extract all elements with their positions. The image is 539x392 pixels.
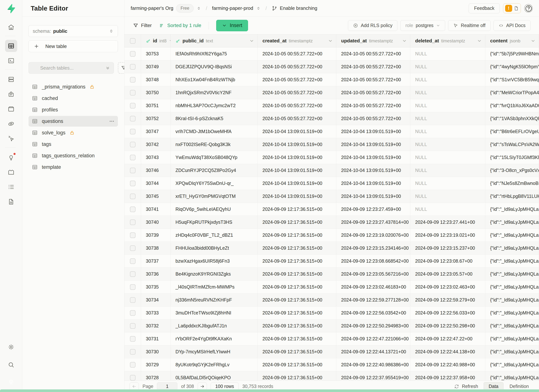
cell-public_id[interactable]: 1hnRQjxSRm2V0VticY2NF — [171, 86, 258, 99]
cell-created_at[interactable]: 2024-10-04 13:09:01.519+00 — [258, 190, 336, 203]
cell-id[interactable]: 30748 — [141, 73, 171, 86]
cell-deleted_at[interactable]: 2024-09-09 12:23:19.021+00 — [410, 229, 485, 242]
row-checkbox[interactable] — [130, 232, 135, 238]
cell-public_id[interactable]: NhXEo1Xw04FnB4RzWTNjb — [171, 73, 258, 86]
column-header-id[interactable]: idint8 — [141, 34, 171, 47]
sidebar-table-questions[interactable]: questions — [29, 116, 118, 127]
cell-created_at[interactable]: 2024-09-09 12:17:36.515+00 — [258, 255, 336, 268]
cell-id[interactable]: 30738 — [141, 242, 171, 254]
cell-deleted_at[interactable]: NULL — [410, 177, 485, 190]
cell-id[interactable]: 30747 — [141, 125, 171, 138]
cell-updated_at[interactable]: 2024-09-09 12:22:50.294983+00 — [336, 320, 410, 332]
insert-button[interactable]: Insert — [216, 20, 248, 31]
cell-updated_at[interactable]: 2024-09-09 12:23:15.234146+00 — [336, 242, 410, 254]
org-switcher-icon[interactable] — [197, 6, 201, 10]
cell-updated_at[interactable]: 2024-09-09 12:23:02.46183+00 — [336, 281, 410, 293]
rail-item-realtime[interactable] — [5, 133, 17, 145]
cell-id[interactable]: 30731 — [141, 332, 171, 345]
next-page-button[interactable] — [198, 382, 207, 391]
feedback-button[interactable]: Feedback — [469, 3, 500, 13]
cell-created_at[interactable]: 2024-09-09 12:17:36.515+00 — [258, 320, 336, 332]
cell-updated_at[interactable]: 2024-09-09 12:23:27.459+00 — [336, 203, 410, 216]
cell-id[interactable]: 30735 — [141, 281, 171, 293]
cell-created_at[interactable]: 2024-09-09 12:17:36.515+00 — [258, 229, 336, 242]
cell-content[interactable]: {"id":"_Id9aLyJpMHQLaiQC — [485, 332, 539, 345]
cell-content[interactable]: {"id":"sTsWaLCPsVA2WuK2 — [485, 138, 539, 151]
cell-id[interactable]: 30737 — [141, 255, 171, 268]
cell-created_at[interactable]: 2024-10-05 00:55:27.722+00 — [258, 86, 336, 99]
cell-id[interactable]: 30751 — [141, 99, 171, 112]
cell-updated_at[interactable]: 2024-09-09 12:23:19.020076+00 — [336, 229, 410, 242]
rail-item-edge-functions[interactable] — [5, 118, 17, 130]
row-checkbox[interactable] — [130, 129, 135, 134]
chevrons-down-icon[interactable] — [105, 65, 110, 71]
column-menu-icon[interactable] — [328, 38, 333, 43]
cell-updated_at[interactable]: 2024-10-05 00:55:27.722+00 — [336, 47, 410, 60]
row-checkbox[interactable] — [130, 284, 135, 290]
cell-updated_at[interactable]: 2024-09-09 12:22:44.13721+00 — [336, 345, 410, 358]
role-select[interactable]: role postgres — [400, 20, 445, 31]
cell-content[interactable]: {"id":"_Id9aLyJpMHQLaiQC — [485, 371, 539, 381]
cell-deleted_at[interactable]: 2024-09-09 12:23:27.441+00 — [410, 216, 485, 229]
row-checkbox[interactable] — [130, 297, 135, 303]
cell-public_id[interactable]: 8yUKotr9qGYjK2eFRhgLv — [171, 358, 258, 371]
cell-created_at[interactable]: 2024-09-09 12:17:36.515+00 — [258, 281, 336, 293]
cell-created_at[interactable]: 2024-10-05 00:55:27.722+00 — [258, 47, 336, 60]
cell-public_id[interactable]: nxFT002ISeRE-Qobg3K3k — [171, 138, 258, 151]
row-checkbox[interactable] — [130, 64, 135, 70]
cell-public_id[interactable]: nj336mN5reuRVNZrKHFpF — [171, 294, 258, 306]
row-checkbox[interactable] — [130, 206, 135, 212]
cell-content[interactable]: {"id":"_Id9aLyJpMHQLaiQC — [485, 358, 539, 371]
row-checkbox[interactable] — [130, 116, 135, 121]
cell-id[interactable]: 30746 — [141, 164, 171, 177]
cell-public_id[interactable]: IEfA0sRh9hIXf62Y6ga75 — [171, 47, 258, 60]
row-checkbox[interactable] — [130, 168, 135, 173]
cell-created_at[interactable]: 2024-10-04 13:09:01.519+00 — [258, 164, 336, 177]
cell-id[interactable]: 30753 — [141, 47, 171, 60]
cell-id[interactable]: 30733 — [141, 306, 171, 319]
cell-updated_at[interactable]: 2024-10-05 00:55:27.722+00 — [336, 99, 410, 112]
cell-deleted_at[interactable]: 2024-09-09 12:22:56.033+00 — [410, 306, 485, 319]
cell-updated_at[interactable]: 2024-09-09 12:23:05.567216+00 — [336, 268, 410, 280]
cell-deleted_at[interactable]: 2024-09-09 12:22:44.138+00 — [410, 345, 485, 358]
cell-updated_at[interactable]: 2024-10-05 00:55:27.722+00 — [336, 86, 410, 99]
rail-item-logs[interactable] — [5, 181, 17, 193]
cell-content[interactable]: {"id":"_Id9aLyJpMHQLaiQC — [485, 203, 539, 216]
cell-updated_at[interactable]: 2024-09-09 12:23:27.437814+00 — [336, 216, 410, 229]
add-rls-policy-button[interactable]: Add RLS policy — [348, 20, 397, 31]
cell-created_at[interactable]: 2024-10-05 00:55:27.722+00 — [258, 73, 336, 86]
cell-content[interactable]: {"id":"rtHbLpgB8V11LUK7152 — [485, 190, 539, 203]
page-number-input[interactable] — [157, 382, 177, 391]
cell-updated_at[interactable]: 2024-10-04 13:09:01.519+00 — [336, 125, 410, 138]
cell-id[interactable]: 30732 — [141, 320, 171, 332]
cell-id[interactable]: 30734 — [141, 294, 171, 306]
cell-created_at[interactable]: 2024-10-04 13:09:01.519+00 — [258, 151, 336, 164]
cell-content[interactable]: {"id":"_Id9aLyJpMHQLaiQC — [485, 216, 539, 229]
cell-public_id[interactable]: bzwXazHgax6UIR58j6Fn3 — [171, 255, 258, 268]
cell-id[interactable]: 30729 — [141, 358, 171, 371]
cell-public_id[interactable]: xrETI_HyGY0mPMGVqtOTM — [171, 190, 258, 203]
cell-deleted_at[interactable]: 2024-09-09 12:23:05.57+00 — [410, 268, 485, 280]
row-checkbox[interactable] — [130, 336, 135, 342]
cell-deleted_at[interactable]: NULL — [410, 60, 485, 73]
cell-id[interactable]: 30744 — [141, 177, 171, 190]
cell-public_id[interactable]: RiqOV6p_5wihLeIAEQyhU — [171, 203, 258, 216]
column-header-updated_at[interactable]: updated_attimestamptz — [336, 34, 410, 47]
enable-branching-button[interactable]: Enable branching — [272, 5, 317, 11]
horizontal-scrollbar[interactable] — [0, 389, 539, 392]
sidebar-table-profiles[interactable]: profiles — [29, 104, 118, 115]
cell-content[interactable]: {"id":"NJe5s8ZmBwnoB6e3s — [485, 177, 539, 190]
cell-public_id[interactable]: XPQwDIqY6Y75SwDnU-qr_ — [171, 177, 258, 190]
column-header-content[interactable]: contentjsonb — [485, 34, 539, 47]
cell-created_at[interactable]: 2024-10-05 00:55:27.722+00 — [258, 112, 336, 125]
cell-created_at[interactable]: 2024-09-09 12:17:36.515+00 — [258, 242, 336, 254]
refresh-button[interactable]: Refresh — [454, 384, 478, 389]
cell-updated_at[interactable]: 2024-10-05 00:55:27.722+00 — [336, 73, 410, 86]
cell-deleted_at[interactable]: NULL — [410, 138, 485, 151]
cell-deleted_at[interactable]: 2024-09-09 12:23:15.237+00 — [410, 242, 485, 254]
sidebar-table-cached[interactable]: cached — [29, 93, 118, 104]
cell-created_at[interactable]: 2024-09-09 12:17:36.515+00 — [258, 358, 336, 371]
help-button[interactable] — [524, 4, 533, 13]
cell-updated_at[interactable]: 2024-10-05 00:55:27.722+00 — [336, 60, 410, 73]
cell-deleted_at[interactable]: NULL — [410, 99, 485, 112]
